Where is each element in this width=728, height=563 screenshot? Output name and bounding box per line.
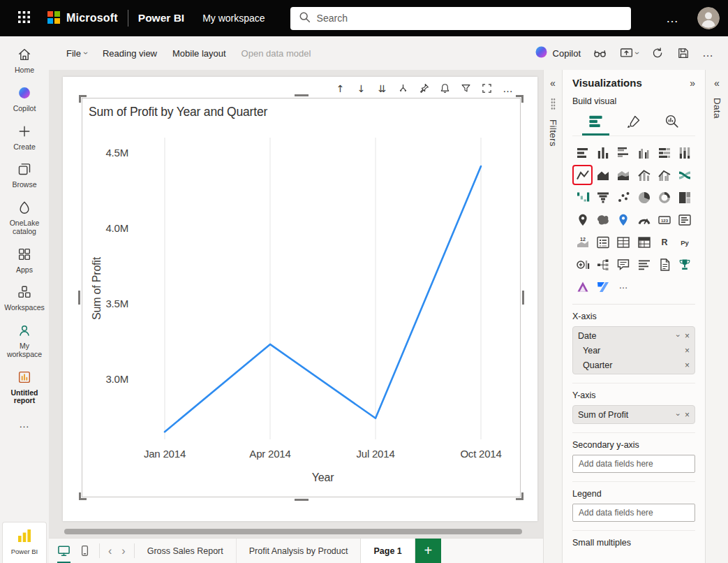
matrix-icon[interactable] xyxy=(636,234,652,250)
microsoft-brand[interactable]: Microsoft xyxy=(47,11,118,26)
copilot-button[interactable]: Copilot xyxy=(535,45,581,61)
glasses-icon[interactable] xyxy=(593,46,607,61)
field-pill-year[interactable]: Year× xyxy=(577,343,691,358)
expand-filters-icon[interactable]: « xyxy=(550,78,556,88)
file-menu-button[interactable]: File › xyxy=(59,43,95,64)
line-and-stacked-column-chart-icon[interactable] xyxy=(636,167,652,183)
line-chart[interactable]: 3.0M3.5M4.0M4.5MJan 2014Apr 2014Jul 2014… xyxy=(82,128,520,492)
field-pill-sum-of-profit[interactable]: Sum of Profit›× xyxy=(577,407,691,422)
sidebar-item-home[interactable]: Home xyxy=(1,42,48,80)
card-icon[interactable]: 123 xyxy=(656,212,672,228)
page-tab-page-1[interactable]: Page 1 xyxy=(360,539,415,563)
nav-more-options-icon[interactable]: … xyxy=(19,418,30,430)
100-stacked-column-chart-icon[interactable] xyxy=(677,145,693,161)
previous-page-icon[interactable]: ‹ xyxy=(108,546,112,557)
resize-handle-bottom[interactable] xyxy=(295,499,309,501)
refresh-icon[interactable] xyxy=(651,46,664,60)
next-page-icon[interactable]: › xyxy=(121,546,125,557)
power-automate-icon[interactable] xyxy=(595,279,611,295)
remove-field-icon[interactable]: × xyxy=(685,360,690,370)
resize-handle-left[interactable] xyxy=(78,291,80,305)
field-pill-date[interactable]: Date›× xyxy=(577,328,691,343)
alert-bell-icon[interactable] xyxy=(439,82,451,94)
horizontal-scrollbar[interactable] xyxy=(64,529,536,534)
mobile-view-icon[interactable] xyxy=(79,539,91,563)
report-canvas[interactable]: ↑ ↓ ⇊ … Sum of Profit by Year and Quarte… xyxy=(49,70,543,538)
tab-analytics[interactable] xyxy=(658,111,685,136)
page-tab-gross-sales-report[interactable]: Gross Sales Report xyxy=(135,539,236,563)
mobile-layout-button[interactable]: Mobile layout xyxy=(165,43,234,64)
field-pill-quarter[interactable]: Quarter× xyxy=(577,358,691,372)
empty-field-well[interactable]: Add data fields here xyxy=(572,504,695,522)
app-launcher-button[interactable] xyxy=(0,0,47,36)
drill-up-icon[interactable]: ↑ xyxy=(334,82,346,94)
donut-chart-icon[interactable] xyxy=(656,189,672,205)
stacked-bar-chart-icon[interactable] xyxy=(574,145,590,161)
focus-mode-icon[interactable] xyxy=(481,82,493,94)
multi-row-card-icon[interactable] xyxy=(677,212,693,228)
tab-build-visual[interactable] xyxy=(582,111,609,136)
resize-handle-top[interactable] xyxy=(295,94,309,96)
kpi-icon[interactable]: 12 xyxy=(574,234,590,250)
azure-map-icon[interactable] xyxy=(616,212,632,228)
remove-field-icon[interactable]: × xyxy=(685,346,690,356)
save-icon[interactable] xyxy=(676,46,690,60)
remove-field-icon[interactable]: × xyxy=(685,331,690,341)
stacked-column-chart-icon[interactable] xyxy=(595,145,611,161)
filters-pane-collapsed[interactable]: « Filters xyxy=(543,70,562,563)
metrics-icon[interactable] xyxy=(677,256,693,272)
report-page[interactable]: ↑ ↓ ⇊ … Sum of Profit by Year and Quarte… xyxy=(63,77,537,521)
expand-data-icon[interactable]: « xyxy=(714,78,720,88)
collapse-pane-icon[interactable]: » xyxy=(690,78,695,88)
web-view-icon[interactable] xyxy=(57,539,70,563)
table-icon[interactable] xyxy=(616,234,632,250)
smart-narrative-icon[interactable] xyxy=(636,256,652,272)
pie-chart-icon[interactable] xyxy=(636,189,652,205)
data-pane-collapsed[interactable]: « Data xyxy=(705,70,728,563)
scatter-chart-icon[interactable] xyxy=(616,189,632,205)
scrollbar-thumb[interactable] xyxy=(64,529,522,534)
resize-handle-top-left[interactable] xyxy=(79,95,87,103)
sidebar-item-browse[interactable]: Browse xyxy=(1,156,48,195)
map-icon[interactable] xyxy=(574,212,590,228)
sidebar-item-my-workspace[interactable]: My workspace xyxy=(1,318,48,365)
key-influencers-icon[interactable] xyxy=(574,256,590,272)
sidebar-item-create[interactable]: Create xyxy=(1,119,48,157)
paginated-report-icon[interactable] xyxy=(656,256,672,272)
q-and-a-icon[interactable] xyxy=(616,256,632,272)
r-script-visual-icon[interactable]: R xyxy=(656,234,672,250)
100-stacked-bar-chart-icon[interactable] xyxy=(656,145,672,161)
expand-all-icon[interactable] xyxy=(397,82,409,94)
selected-line-chart-visual[interactable]: Sum of Profit by Year and Quarter 3.0M3.… xyxy=(82,98,521,497)
account-avatar[interactable] xyxy=(697,7,720,29)
powerbi-app-badge[interactable]: Power BI xyxy=(2,522,47,563)
workspace-name[interactable]: My workspace xyxy=(202,13,265,24)
power-apps-icon[interactable] xyxy=(574,279,590,295)
stacked-area-chart-icon[interactable] xyxy=(616,167,632,183)
filled-map-icon[interactable] xyxy=(595,212,611,228)
reading-view-button[interactable]: Reading view xyxy=(95,43,165,64)
resize-handle-top-right[interactable] xyxy=(516,95,523,103)
sidebar-item-copilot[interactable]: Copilot xyxy=(1,80,48,119)
sidebar-item-onelake-catalog[interactable]: OneLake catalog xyxy=(1,195,48,242)
drill-to-next-level-icon[interactable]: ⇊ xyxy=(376,82,388,94)
sidebar-item-workspaces[interactable]: Workspaces xyxy=(1,279,48,318)
more-options-icon[interactable]: … xyxy=(702,47,714,59)
filters-on-visual-icon[interactable] xyxy=(460,82,472,94)
line-chart-icon[interactable] xyxy=(574,167,590,183)
empty-field-well[interactable]: Add data fields here xyxy=(572,455,695,473)
slicer-icon[interactable] xyxy=(595,234,611,250)
sidebar-item-untitled-report[interactable]: Untitled report xyxy=(1,365,48,411)
sidebar-item-apps[interactable]: Apps xyxy=(1,242,48,280)
resize-handle-bottom-left[interactable] xyxy=(79,492,87,500)
ribbon-chart-icon[interactable] xyxy=(677,167,693,183)
get-more-visuals-icon[interactable]: … xyxy=(616,279,632,295)
funnel-icon[interactable] xyxy=(595,189,611,205)
python-visual-icon[interactable]: Py xyxy=(677,234,693,250)
more-options-icon[interactable]: … xyxy=(502,82,514,94)
waterfall-chart-icon[interactable] xyxy=(574,189,590,205)
drill-down-icon[interactable]: ↓ xyxy=(355,82,367,94)
clustered-bar-chart-icon[interactable] xyxy=(616,145,632,161)
new-page-button[interactable]: + xyxy=(415,539,441,563)
present-icon[interactable]: › xyxy=(619,46,639,61)
